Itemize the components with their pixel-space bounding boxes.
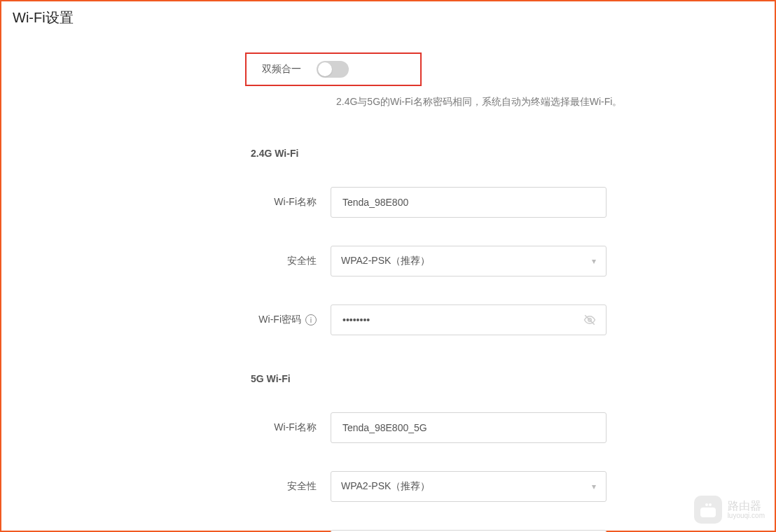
router-icon	[694, 496, 722, 524]
toggle-knob	[318, 62, 332, 76]
input-24g-name[interactable]	[341, 196, 596, 209]
watermark: 路由器 luyouqi.com	[694, 496, 765, 524]
input-5g-name-wrap	[331, 412, 607, 443]
chevron-down-icon: ▾	[592, 482, 596, 491]
select-5g-security-value: WPA2-PSK（推荐）	[341, 480, 430, 493]
dual-band-helper: 2.4G与5G的Wi-Fi名称密码相同，系统自动为终端选择最佳Wi-Fi。	[336, 96, 775, 108]
label-24g-security: 安全性	[1, 255, 331, 267]
input-24g-password-wrap	[331, 304, 607, 335]
chevron-down-icon: ▾	[592, 256, 596, 266]
row-5g-security: 安全性 WPA2-PSK（推荐） ▾	[1, 471, 775, 502]
row-24g-security: 安全性 WPA2-PSK（推荐） ▾	[1, 246, 775, 276]
label-24g-password: Wi-Fi密码 i	[1, 314, 331, 326]
watermark-text: 路由器 luyouqi.com	[728, 500, 765, 520]
row-24g-password: Wi-Fi密码 i	[1, 304, 775, 335]
input-24g-name-wrap	[331, 187, 607, 218]
content-area: 双频合一 2.4G与5G的Wi-Fi名称密码相同，系统自动为终端选择最佳Wi-F…	[1, 27, 775, 532]
eye-slash-icon[interactable]	[583, 314, 596, 326]
label-5g-name: Wi-Fi名称	[1, 421, 331, 434]
section-5g-header: 5G Wi-Fi	[251, 373, 775, 384]
select-5g-security[interactable]: WPA2-PSK（推荐） ▾	[331, 471, 607, 502]
dual-band-toggle[interactable]	[317, 61, 349, 78]
page-title: Wi-Fi设置	[1, 1, 775, 27]
page-frame: Wi-Fi设置 双频合一 2.4G与5G的Wi-Fi名称密码相同，系统自动为终端…	[0, 0, 776, 532]
input-24g-password[interactable]	[341, 314, 596, 326]
info-icon[interactable]: i	[305, 314, 317, 326]
section-24g-header: 2.4G Wi-Fi	[251, 148, 775, 159]
dual-band-label: 双频合一	[262, 63, 301, 76]
dual-band-highlight: 双频合一	[245, 52, 422, 86]
row-24g-name: Wi-Fi名称	[1, 187, 775, 218]
select-24g-security-value: WPA2-PSK（推荐）	[341, 255, 430, 267]
label-5g-security: 安全性	[1, 480, 331, 493]
row-5g-name: Wi-Fi名称	[1, 412, 775, 443]
input-5g-name[interactable]	[341, 421, 596, 434]
select-24g-security[interactable]: WPA2-PSK（推荐） ▾	[331, 246, 607, 276]
label-24g-name: Wi-Fi名称	[1, 196, 331, 209]
